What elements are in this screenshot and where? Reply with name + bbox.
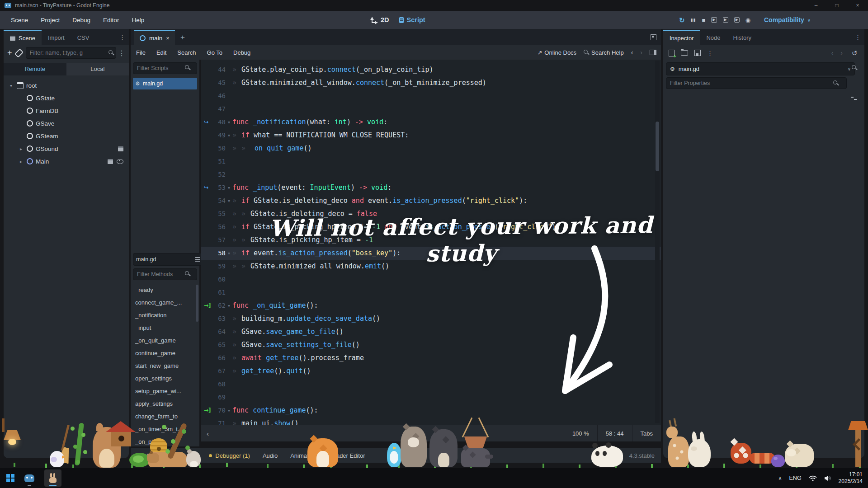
tree-node-main[interactable]: ▸Main	[4, 155, 129, 168]
method-setup-game-wi[interactable]: setup_game_wi...	[131, 385, 199, 398]
code-line-53[interactable]: ↪53▾func _input(event: InputEvent) -> vo…	[201, 181, 661, 194]
line-number[interactable]: 56	[216, 221, 226, 234]
new-tab-button[interactable]: +	[175, 30, 190, 45]
online-docs-button[interactable]: ↗ Online Docs	[537, 49, 576, 56]
taskbar-clock[interactable]: 17:01 2025/2/14	[839, 471, 863, 485]
play-custom-scene-icon[interactable]: ▶	[734, 17, 740, 23]
line-number[interactable]: 62	[216, 299, 226, 312]
script-menu-debug[interactable]: Debug	[228, 49, 256, 56]
history-back-button[interactable]: ‹	[631, 49, 633, 56]
line-number[interactable]: 48	[216, 116, 226, 129]
tree-node-farmdb[interactable]: FarmDB	[4, 104, 129, 117]
method-continue-game[interactable]: continue_game	[131, 347, 199, 360]
bottom-tab-debugger-1[interactable]: Debugger (1)	[203, 452, 256, 459]
instance-scene-icon[interactable]	[14, 48, 24, 58]
save-resource-icon[interactable]	[694, 50, 701, 56]
minimize-button[interactable]: –	[806, 0, 826, 11]
chevron-right-icon[interactable]: ▸	[18, 159, 24, 164]
code-line-46[interactable]: 46	[201, 89, 661, 103]
inspector-tabs-menu-dots[interactable]: ⋮	[851, 34, 864, 41]
close-icon[interactable]: ×	[166, 35, 170, 42]
member-dropdown[interactable]: main.gd	[133, 253, 203, 266]
methods-scrollbar[interactable]	[196, 285, 198, 322]
scene-tabs-menu-dots[interactable]: ⋮	[116, 34, 129, 41]
script-item-main-gd[interactable]: ⚙ main.gd	[133, 78, 197, 89]
code-line-70[interactable]: →]70▾func continue_game():	[201, 404, 661, 417]
mode-script[interactable]: Script	[399, 16, 425, 23]
line-number[interactable]: 45	[216, 76, 226, 89]
line-number[interactable]: 67	[216, 365, 226, 378]
tab-scene[interactable]: Scene	[4, 30, 42, 45]
view-tab-remote[interactable]: Remote	[4, 63, 66, 75]
line-number[interactable]: 52	[216, 168, 226, 181]
wifi-icon[interactable]	[809, 475, 817, 481]
bottom-tab-audio[interactable]: Audio	[256, 452, 284, 459]
tab-history[interactable]: History	[727, 30, 758, 45]
fold-arrow-icon[interactable]: ▾	[226, 116, 232, 129]
menu-project[interactable]: Project	[34, 17, 66, 23]
method-open-settings[interactable]: open_settings	[131, 372, 199, 385]
movie-icon[interactable]	[118, 146, 123, 151]
script-menu-edit[interactable]: Edit	[151, 49, 172, 56]
object-history-icon[interactable]: ↻	[852, 49, 858, 57]
scrollbar-thumb[interactable]	[656, 122, 659, 171]
method-apply-settings[interactable]: apply_settings	[131, 398, 199, 410]
method-input[interactable]: _input	[131, 322, 199, 334]
line-number[interactable]: 69	[216, 391, 226, 404]
language-indicator[interactable]: ENG	[789, 475, 802, 481]
line-number[interactable]: 50	[216, 142, 226, 155]
fold-arrow-icon[interactable]: ▾	[226, 181, 232, 194]
line-number[interactable]: 58	[216, 247, 226, 260]
line-number[interactable]: 71	[216, 417, 226, 425]
eye-icon[interactable]	[117, 159, 123, 164]
line-number[interactable]: 55	[216, 207, 226, 221]
inspected-object-box[interactable]: ⚙ main.gd ∨	[666, 62, 855, 75]
start-button-icon[interactable]	[6, 474, 14, 482]
movie-maker-icon[interactable]: ◉	[745, 17, 750, 23]
view-tab-local[interactable]: Local	[66, 63, 129, 75]
replay-icon[interactable]: ↻	[679, 17, 685, 23]
method-connect-game[interactable]: connect_game_...	[131, 296, 199, 309]
line-number[interactable]: 66	[216, 352, 226, 365]
line-number[interactable]: 53	[216, 181, 226, 194]
line-number[interactable]: 51	[216, 155, 226, 168]
history-forward-button[interactable]: ›	[640, 49, 642, 56]
tab-csv[interactable]: CSV	[71, 30, 96, 45]
filter-properties-input[interactable]	[666, 77, 847, 89]
line-number[interactable]: 68	[216, 378, 226, 391]
scripts-panel-collapse-button[interactable]: ‹	[201, 430, 214, 437]
tab-inspector[interactable]: Inspector	[663, 30, 700, 45]
history-back-button[interactable]: ‹	[831, 49, 834, 56]
line-number[interactable]: 59	[216, 260, 226, 273]
mode-2d[interactable]: 2D	[372, 16, 389, 23]
menu-help[interactable]: Help	[125, 17, 151, 23]
history-forward-button[interactable]: ›	[840, 49, 843, 56]
code-line-71[interactable]: 71»main_ui.show()	[201, 417, 661, 425]
chevron-right-icon[interactable]: ▸	[18, 146, 24, 151]
fold-arrow-icon[interactable]: ▾	[226, 194, 232, 207]
method-on-quit-game[interactable]: _on_quit_game	[131, 334, 199, 347]
fold-arrow-icon[interactable]: ▾	[226, 129, 232, 142]
line-number[interactable]: 44	[216, 63, 226, 76]
script-menu-search[interactable]: Search	[172, 49, 201, 56]
fold-arrow-icon[interactable]: ▾	[226, 404, 232, 417]
line-number[interactable]: 61	[216, 286, 226, 299]
renderer-dropdown[interactable]: Compatibility ∨	[764, 11, 811, 29]
chevron-down-icon[interactable]: ▾	[8, 83, 14, 88]
tree-node-gsave[interactable]: GSave	[4, 117, 129, 130]
maximize-button[interactable]: □	[826, 0, 847, 11]
line-number[interactable]: 46	[216, 89, 226, 103]
fold-arrow-icon[interactable]: ▾	[226, 299, 232, 312]
code-line-49[interactable]: 49▾»if what == NOTIFICATION_WM_CLOSE_REQ…	[201, 129, 661, 142]
line-number[interactable]: 70	[216, 404, 226, 417]
scene-menu-dots[interactable]: ⋮	[118, 49, 125, 57]
code-line-48[interactable]: ↪48▾func _notification(what: int) -> voi…	[201, 116, 661, 129]
open-docs-icon[interactable]	[852, 64, 857, 72]
new-resource-icon[interactable]	[669, 50, 675, 56]
indent-mode[interactable]: Tabs	[632, 425, 661, 441]
stop-icon[interactable]: ■	[702, 17, 705, 23]
tab-node[interactable]: Node	[700, 30, 726, 45]
tab-import[interactable]: Import	[42, 30, 71, 45]
tree-node-gsound[interactable]: ▸GSound	[4, 142, 129, 155]
tab-main[interactable]: main ×	[134, 30, 175, 45]
